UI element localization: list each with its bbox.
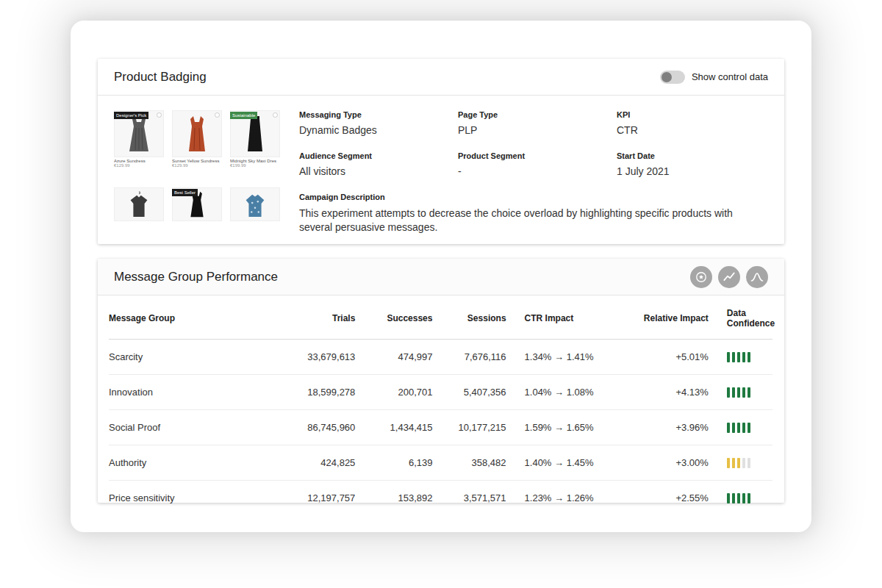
cell-trials: 12,197,757 [252, 481, 355, 516]
product-image [114, 187, 164, 221]
cell-group: Authority [109, 445, 252, 481]
dashboard-panel: Product Badging Show control data Design… [71, 21, 811, 532]
campaign-description: Campaign Description This experiment att… [299, 193, 768, 234]
field-value: Dynamic Badges [299, 124, 451, 136]
confidence-bars [727, 493, 772, 503]
show-control-data-toggle[interactable]: Show control data [660, 71, 768, 84]
cell-successes: 6,139 [355, 445, 432, 481]
performance-toolbar [690, 266, 768, 288]
field-label: Start Date [617, 151, 768, 160]
field-value: All visitors [299, 165, 451, 177]
cell-sessions: 10,177,215 [432, 410, 506, 445]
campaign-body: Designer's Pick Azure Sundress €129.99 [98, 96, 784, 234]
bell-curve-button[interactable] [746, 266, 768, 288]
cell-trials: 33,679,613 [252, 340, 355, 375]
performance-table: Message Group Trials Successes Sessions … [109, 295, 772, 515]
performance-card-header: Message Group Performance [98, 259, 784, 295]
cell-sessions: 358,482 [432, 445, 506, 481]
cell-successes: 153,892 [355, 481, 432, 516]
cell-ctr-impact: 1.59% → 1.65% [506, 410, 628, 445]
table-row[interactable]: Scarcity 33,679,613 474,997 7,676,116 1.… [109, 340, 772, 375]
col-sessions: Sessions [432, 295, 506, 340]
field-label: KPI [617, 110, 768, 119]
cell-ctr-impact: 1.34% → 1.41% [506, 340, 628, 375]
col-trials: Trials [252, 295, 355, 340]
wishlist-icon [215, 112, 220, 118]
campaign-details: Messaging Type Dynamic Badges Page Type … [299, 110, 768, 234]
cell-group: Innovation [109, 375, 252, 410]
field-kpi: KPI CTR [617, 110, 768, 136]
field-product-segment: Product Segment - [458, 151, 609, 177]
confidence-bars [727, 458, 772, 468]
product-preview-grid: Designer's Pick Azure Sundress €129.99 [114, 110, 280, 234]
wishlist-icon [157, 112, 162, 118]
cell-sessions: 5,407,356 [432, 375, 506, 410]
dress-illustration [124, 115, 154, 153]
field-label: Product Segment [458, 151, 609, 160]
field-label: Audience Segment [299, 151, 451, 160]
performance-title: Message Group Performance [114, 270, 278, 284]
field-messaging-type: Messaging Type Dynamic Badges [299, 110, 451, 136]
campaign-title: Product Badging [114, 70, 207, 85]
description-label: Campaign Description [299, 193, 768, 201]
cell-relative-impact: +4.13% [628, 375, 709, 410]
field-label: Page Type [458, 110, 609, 119]
product-badge: Best Seller [172, 189, 198, 196]
cell-sessions: 3,571,571 [432, 481, 506, 516]
table-row[interactable]: Innovation 18,599,278 200,701 5,407,356 … [109, 375, 772, 410]
product-image [230, 187, 280, 221]
confidence-bars [727, 423, 772, 433]
dress-illustration [182, 115, 212, 153]
trend-chart-button[interactable] [718, 266, 740, 288]
table-row[interactable]: Price sensitivity 12,197,757 153,892 3,5… [109, 481, 772, 516]
table-row[interactable]: Authority 424,825 6,139 358,482 1.40% → … [109, 445, 772, 481]
top-illustration [124, 190, 154, 218]
product-caption: Sunset Yellow Sundress €129.99 [172, 159, 222, 168]
cell-relative-impact: +5.01% [628, 340, 709, 375]
campaign-card-header: Product Badging Show control data [98, 59, 784, 96]
product-price: €129.99 [114, 163, 164, 168]
toggle-track[interactable] [660, 71, 685, 84]
table-header-row: Message Group Trials Successes Sessions … [109, 295, 772, 340]
field-value: PLP [458, 124, 609, 136]
field-start-date: Start Date 1 July 2021 [617, 151, 768, 177]
product-price: €129.99 [172, 163, 222, 168]
cell-successes: 474,997 [355, 340, 432, 375]
product-badge: Designer's Pick [114, 112, 148, 119]
col-successes: Successes [355, 295, 432, 340]
cell-group: Price sensitivity [109, 481, 252, 516]
field-value: 1 July 2021 [617, 165, 768, 177]
cell-relative-impact: +2.55% [628, 481, 709, 516]
table-row[interactable]: Social Proof 86,745,960 1,434,415 10,177… [109, 410, 772, 445]
cell-sessions: 7,676,116 [432, 340, 506, 375]
cell-trials: 86,745,960 [252, 410, 355, 445]
field-label: Messaging Type [299, 110, 451, 119]
product-image [172, 110, 222, 157]
cell-ctr-impact: 1.40% → 1.45% [506, 445, 628, 481]
field-audience-segment: Audience Segment All visitors [299, 151, 451, 177]
cell-relative-impact: +3.96% [628, 410, 709, 445]
cell-group: Social Proof [109, 410, 252, 445]
cell-data-confidence [709, 375, 772, 410]
product-thumbnail: Sunset Yellow Sundress €129.99 [172, 110, 222, 180]
toggle-knob[interactable] [662, 72, 672, 82]
campaign-card: Product Badging Show control data Design… [98, 59, 784, 244]
col-relative-impact: Relative Impact [628, 295, 709, 340]
cell-ctr-impact: 1.04% → 1.08% [506, 375, 628, 410]
dress-illustration [240, 115, 270, 153]
col-message-group: Message Group [109, 295, 252, 340]
field-value: CTR [617, 124, 768, 136]
confidence-bars [727, 352, 772, 362]
bell-curve-icon [750, 270, 764, 284]
product-caption: Midnight Sky Maxi Dres €199.99 [230, 159, 280, 168]
performance-table-wrap: Message Group Trials Successes Sessions … [98, 295, 784, 515]
rosette-icon [694, 270, 709, 284]
field-value: - [458, 165, 609, 177]
cell-data-confidence [709, 445, 772, 481]
product-thumbnail [114, 187, 164, 234]
product-caption: Azure Sundress €129.99 [114, 159, 164, 168]
rosette-badge-button[interactable] [690, 266, 712, 288]
field-page-type: Page Type PLP [458, 110, 609, 136]
cell-group: Scarcity [109, 340, 252, 375]
cell-successes: 200,701 [355, 375, 432, 410]
